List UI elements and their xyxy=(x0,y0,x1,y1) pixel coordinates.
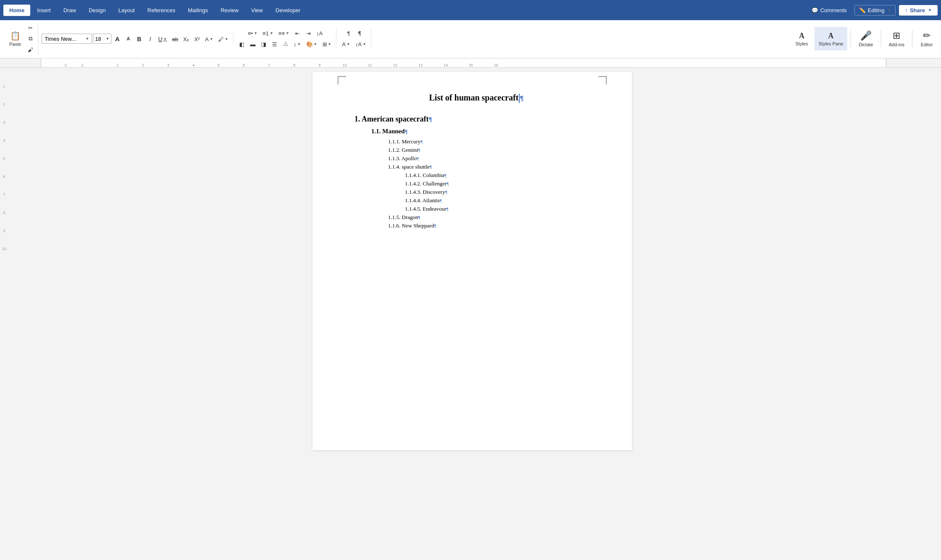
paragraph-marks-button[interactable]: ¶ xyxy=(344,28,354,38)
font-grow-button[interactable]: A xyxy=(112,34,122,44)
list-item-mercury[interactable]: 1.1.1. Mercury¶ xyxy=(388,138,598,145)
editing-button[interactable]: ✏️ Editing ▼ xyxy=(854,5,896,16)
document-title-text: List of human spacecraft xyxy=(429,93,519,102)
list-item-number: 1.1.4.1. xyxy=(405,172,423,178)
tab-mailings[interactable]: Mailings xyxy=(182,5,214,16)
multilevel-button[interactable]: ≡≡▼ xyxy=(276,28,291,38)
highlight-chevron: ▼ xyxy=(225,37,228,41)
styles-pane-button[interactable]: A Styles Pane xyxy=(814,27,848,50)
document-title[interactable]: List of human spacecraft¶ xyxy=(354,93,598,103)
increase-indent-button[interactable]: ⇥ xyxy=(303,28,313,38)
right-buttons: A Styles A Styles Pane 🎤 Dictate ⊞ Add-i… xyxy=(791,27,938,50)
right-scrollbar[interactable] xyxy=(936,68,941,560)
document-page[interactable]: List of human spacecraft¶ 1. American sp… xyxy=(312,72,632,450)
cut-button[interactable]: ✂ xyxy=(25,23,35,33)
tab-developer[interactable]: Developer xyxy=(270,5,306,16)
align-center-icon: ▬ xyxy=(250,41,256,48)
list-item-pilcrow: ¶ xyxy=(430,164,432,169)
list-item-text: Apollo xyxy=(402,155,417,161)
superscript-button[interactable]: X² xyxy=(192,34,202,44)
heading1-american-spacecraft[interactable]: 1. American spacecraft¶ xyxy=(354,115,598,124)
copy-button[interactable]: ⧉ xyxy=(25,34,35,44)
align-left-button[interactable]: ◧ xyxy=(237,39,247,49)
paste-button[interactable]: 📋 Paste xyxy=(6,28,24,50)
columns-button[interactable]: ⧊ xyxy=(280,39,291,49)
margin-num-5: 5 xyxy=(3,157,5,161)
underline-button[interactable]: U ▼ xyxy=(156,34,169,44)
ruler-mark: 6 xyxy=(243,63,245,67)
text-effects-button[interactable]: A▼ xyxy=(340,39,352,49)
font-shrink-button[interactable]: A xyxy=(123,34,133,44)
show-hide-button[interactable]: ¶̈ xyxy=(354,28,365,38)
line-spacing-button[interactable]: ↕▼ xyxy=(291,39,303,49)
tab-layout[interactable]: Layout xyxy=(112,5,140,16)
strikethrough-button[interactable]: ab xyxy=(170,34,180,44)
document-scroll-area[interactable]: List of human spacecraft¶ 1. American sp… xyxy=(8,68,936,560)
increase-indent-icon: ⇥ xyxy=(306,30,311,37)
ruler-mark: -1 xyxy=(80,63,84,67)
justify-icon: ☰ xyxy=(272,41,277,48)
tab-design[interactable]: Design xyxy=(83,5,111,16)
tab-references[interactable]: References xyxy=(142,5,181,16)
numbering-button[interactable]: ≡1▼ xyxy=(260,28,275,38)
text-direction-button[interactable]: ↕A▼ xyxy=(353,39,368,49)
addins-button[interactable]: ⊞ Add-ins xyxy=(885,27,909,50)
editing-icon: ✏️ xyxy=(859,7,866,13)
list-item-text: Columbia xyxy=(423,172,444,178)
list-item-atlantis[interactable]: 1.1.4.4. Atlantis¶ xyxy=(405,197,598,204)
font-name-dropdown[interactable]: Times New... ▼ xyxy=(42,34,92,44)
editing-chevron-icon: ▼ xyxy=(888,8,891,12)
list-item-pilcrow: ¶ xyxy=(418,148,420,153)
borders-button[interactable]: ⊞▼ xyxy=(320,39,334,49)
tab-view[interactable]: View xyxy=(245,5,269,16)
justify-button[interactable]: ☰ xyxy=(270,39,280,49)
paragraph-icon: ¶ xyxy=(347,30,350,37)
list-item-space-shuttle[interactable]: 1.1.4. space shuttle¶ xyxy=(388,164,598,170)
font-size-dropdown[interactable]: 18 ▼ xyxy=(93,34,111,44)
shading-icon: 🎨 xyxy=(306,41,313,48)
bullets-button[interactable]: ≡•▼ xyxy=(246,28,259,38)
list-item-endeavour[interactable]: 1.1.4.5. Endeavour¶ xyxy=(405,206,598,212)
list-item-discovery[interactable]: 1.1.4.3. Discovery¶ xyxy=(405,189,598,195)
comments-button[interactable]: 💬 Comments xyxy=(807,5,851,15)
bold-button[interactable]: B xyxy=(134,34,144,44)
dictate-button[interactable]: 🎤 Dictate xyxy=(854,27,877,50)
list-item-dragon[interactable]: 1.1.5. Dragon¶ xyxy=(388,214,598,221)
heading2-manned[interactable]: 1.1. Manned¶ xyxy=(371,128,598,135)
list-item-challenger[interactable]: 1.1.4.2. Challenger¶ xyxy=(405,180,598,187)
align-right-button[interactable]: ◨ xyxy=(259,39,269,49)
format-painter-button[interactable]: 🖌 xyxy=(25,45,35,55)
corner-mark-tl xyxy=(338,76,346,85)
tab-draw[interactable]: Draw xyxy=(58,5,82,16)
list-item-text: Discovery xyxy=(423,189,445,195)
list-item-number: 1.1.6. xyxy=(388,222,402,229)
align-center-button[interactable]: ▬ xyxy=(248,39,258,49)
ruler-mark: 4 xyxy=(192,63,194,67)
subscript-button[interactable]: X₂ xyxy=(181,34,191,44)
share-icon: ↑ xyxy=(905,7,908,13)
italic-button[interactable]: I xyxy=(145,34,155,44)
shading-button[interactable]: 🎨▼ xyxy=(304,39,320,49)
list-item-new-sheppard[interactable]: 1.1.6. New Sheppard¶ xyxy=(388,222,598,229)
styles-button[interactable]: A Styles xyxy=(791,27,813,50)
font-color-button[interactable]: A ▼ xyxy=(203,34,216,44)
bullets-icon: ≡• xyxy=(248,30,253,37)
editor-button[interactable]: ✏ Editor xyxy=(916,27,938,50)
list-item-gemini[interactable]: 1.1.2. Gemini¶ xyxy=(388,147,598,153)
margin-num-2: 2 xyxy=(3,103,5,106)
list-item-columbia[interactable]: 1.1.4.1. Columbia¶ xyxy=(405,172,598,179)
margin-num-3: 3 xyxy=(3,121,5,124)
share-button[interactable]: ↑ Share ▼ xyxy=(899,5,938,16)
margin-num-9: 9 xyxy=(3,229,5,233)
tab-review[interactable]: Review xyxy=(215,5,245,16)
decrease-indent-button[interactable]: ⇤ xyxy=(292,28,302,38)
list-item-apollo[interactable]: 1.1.3. Apollo¶ xyxy=(388,155,598,162)
strikethrough-icon: ab xyxy=(172,36,178,42)
ribbon-separator xyxy=(851,30,851,47)
highlight-button[interactable]: 🖊 ▼ xyxy=(216,34,230,44)
tab-home[interactable]: Home xyxy=(3,5,30,16)
sort-button[interactable]: ↕A xyxy=(314,28,325,38)
tab-insert[interactable]: Insert xyxy=(31,5,57,16)
list-item-pilcrow: ¶ xyxy=(447,181,449,186)
ruler-mark: 7 xyxy=(268,63,270,67)
